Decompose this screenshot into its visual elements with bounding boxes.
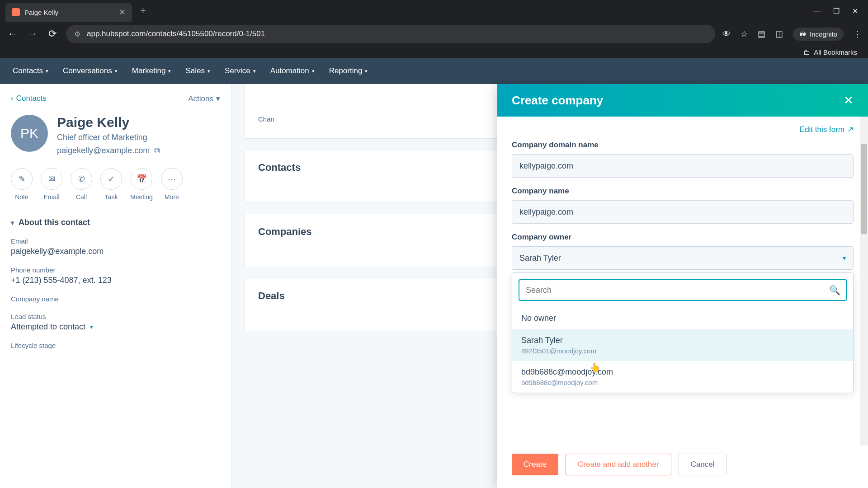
close-window-icon[interactable]: ✕	[852, 7, 858, 15]
forward-button[interactable]: →	[26, 28, 39, 40]
chevron-down-icon: ▾	[115, 68, 118, 74]
chevron-down-icon: ▾	[253, 68, 256, 74]
app-nav: Contacts▾ Conversations▾ Marketing▾ Sale…	[0, 58, 868, 84]
field-company-domain: Company domain name	[512, 141, 854, 178]
nav-conversations[interactable]: Conversations▾	[63, 66, 118, 75]
reload-button[interactable]: ⟳	[46, 28, 59, 40]
side-panel-icon[interactable]: ◫	[775, 29, 783, 39]
domain-input[interactable]	[512, 154, 854, 178]
url-bar[interactable]: ⚙ app.hubspot.com/contacts/45105500/reco…	[66, 25, 715, 43]
chevron-left-icon: ‹	[11, 94, 14, 103]
chevron-down-icon: ▾	[168, 68, 171, 74]
cancel-button[interactable]: Cancel	[679, 454, 727, 475]
toolbar-right: 👁 ☆ ▤ ◫ 🕶 Incognito ⋮	[722, 28, 862, 41]
call-icon: ✆	[71, 168, 92, 190]
owner-label: Company owner	[512, 233, 854, 242]
owner-value: Sarah Tyler	[519, 253, 561, 263]
eye-off-icon[interactable]: 👁	[722, 29, 731, 39]
back-to-contacts-link[interactable]: ‹ Contacts	[11, 94, 47, 103]
name-input[interactable]	[512, 200, 854, 224]
panel-footer: Create Create and add another Cancel	[497, 446, 868, 488]
contact-info: Paige Kelly Chief officer of Marketing p…	[57, 115, 160, 155]
task-button[interactable]: ✓Task	[100, 168, 122, 201]
contact-header: PK Paige Kelly Chief officer of Marketin…	[11, 115, 220, 155]
lead-status-select[interactable]: Attempted to contact ▾	[11, 322, 93, 332]
email-icon: ✉	[41, 168, 62, 190]
folder-icon: 🗀	[803, 48, 810, 56]
contact-sidebar: ‹ Contacts Actions ▾ PK Paige Kelly Chie…	[0, 84, 231, 488]
kebab-menu-icon[interactable]: ⋮	[854, 29, 862, 39]
copy-icon[interactable]: ⧉	[154, 146, 160, 155]
main-layout: ‹ Contacts Actions ▾ PK Paige Kelly Chie…	[0, 84, 868, 488]
close-panel-icon[interactable]: ✕	[844, 94, 854, 108]
nav-marketing[interactable]: Marketing▾	[132, 66, 171, 75]
avatar[interactable]: PK	[11, 115, 48, 152]
incognito-badge[interactable]: 🕶 Incognito	[793, 28, 844, 41]
panel-body: Edit this form ↗ Company domain name Com…	[497, 117, 868, 446]
bookmarks-bar: 🗀 All Bookmarks	[0, 46, 868, 58]
contact-email: paigekelly@example.com	[57, 146, 150, 155]
actions-dropdown[interactable]: Actions ▾	[188, 94, 220, 103]
nav-reporting[interactable]: Reporting▾	[329, 66, 368, 75]
field-lifecycle-stage: Lifecycle stage	[11, 342, 220, 349]
meeting-button[interactable]: 📅Meeting	[130, 168, 153, 201]
owner-option-bd9[interactable]: bd9b688c@moodjoy.com bd9b688c@moodjoy.co…	[512, 361, 853, 393]
hubspot-favicon	[12, 8, 20, 16]
nav-service[interactable]: Service▾	[225, 66, 256, 75]
owner-dropdown: 🔍 No owner Sarah Tyler 892f3501@moodjoy.…	[512, 272, 854, 393]
panel-scrollbar[interactable]	[860, 117, 868, 446]
chevron-down-icon: ▾	[365, 68, 368, 74]
owner-search-input[interactable]	[519, 279, 847, 301]
contact-email-row: paigekelly@example.com ⧉	[57, 146, 160, 155]
browser-toolbar: ← → ⟳ ⚙ app.hubspot.com/contacts/4510550…	[0, 22, 868, 46]
back-button[interactable]: ←	[6, 28, 19, 40]
panel-title: Create company	[512, 94, 603, 108]
all-bookmarks-link[interactable]: All Bookmarks	[814, 48, 857, 56]
chevron-down-icon: ▾	[843, 254, 846, 262]
panel-header: Create company ✕	[497, 84, 868, 117]
dropdown-search-wrap: 🔍	[512, 273, 853, 307]
field-phone: Phone number +1 (213) 555-4087, ext. 123	[11, 266, 220, 285]
external-link-icon: ↗	[847, 125, 854, 134]
field-lead-status: Lead status Attempted to contact ▾	[11, 313, 220, 332]
quick-actions: ✎Note ✉Email ✆Call ✓Task 📅Meeting ⋯More	[11, 168, 220, 201]
note-button[interactable]: ✎Note	[11, 168, 33, 201]
field-company-name: Company name	[11, 295, 220, 303]
create-company-panel: Create company ✕ Edit this form ↗ Compan…	[497, 84, 868, 488]
browser-tab[interactable]: Paige Kelly ✕	[5, 3, 132, 22]
field-email: Email paigekelly@example.com	[11, 237, 220, 256]
about-section-toggle[interactable]: ▾ About this contact	[11, 218, 220, 227]
tab-close-icon[interactable]: ✕	[119, 7, 126, 17]
search-icon[interactable]: 🔍	[829, 285, 840, 296]
scrollbar-thumb[interactable]	[861, 144, 867, 234]
owner-option-none[interactable]: No owner	[512, 307, 853, 329]
bookmark-star-icon[interactable]: ☆	[741, 29, 748, 39]
nav-contacts[interactable]: Contacts▾	[13, 66, 48, 75]
meeting-icon: 📅	[131, 168, 152, 190]
edit-form-link[interactable]: Edit this form ↗	[512, 125, 854, 134]
chevron-down-icon: ▾	[216, 94, 220, 103]
call-button[interactable]: ✆Call	[71, 168, 92, 201]
new-tab-button[interactable]: +	[140, 5, 146, 17]
domain-label: Company domain name	[512, 141, 854, 150]
task-icon: ✓	[100, 168, 122, 190]
email-button[interactable]: ✉Email	[41, 168, 62, 201]
field-company-owner: Company owner Sarah Tyler ▾ 👆 🔍 No owner	[512, 233, 854, 393]
incognito-icon: 🕶	[799, 30, 806, 38]
site-info-icon[interactable]: ⚙	[74, 30, 80, 38]
create-add-another-button[interactable]: Create and add another	[566, 454, 671, 475]
more-button[interactable]: ⋯More	[161, 168, 183, 201]
nav-automation[interactable]: Automation▾	[270, 66, 315, 75]
create-button[interactable]: Create	[512, 454, 558, 475]
owner-select[interactable]: Sarah Tyler ▾	[512, 246, 854, 270]
field-company-name-panel: Company name	[512, 187, 854, 224]
tab-bar: Paige Kelly ✕ + ― ❐ ✕	[0, 0, 868, 22]
name-label: Company name	[512, 187, 854, 196]
reading-list-icon[interactable]: ▤	[758, 29, 765, 39]
chevron-down-icon: ▾	[46, 68, 48, 74]
maximize-icon[interactable]: ❐	[833, 7, 840, 15]
nav-sales[interactable]: Sales▾	[185, 66, 210, 75]
contact-title: Chief officer of Marketing	[57, 133, 160, 142]
minimize-icon[interactable]: ―	[813, 7, 821, 15]
owner-option-sarah[interactable]: Sarah Tyler 892f3501@moodjoy.com	[512, 329, 853, 361]
